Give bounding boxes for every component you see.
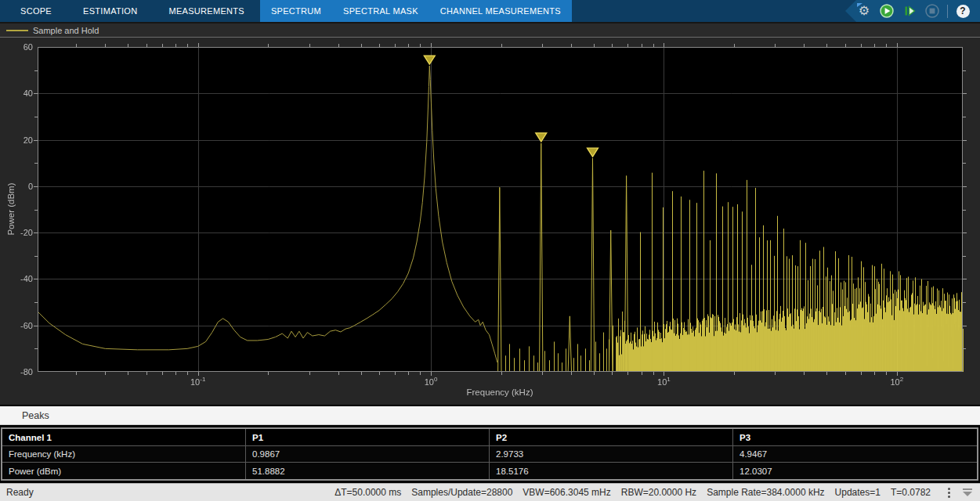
play-icon <box>879 3 895 19</box>
value-cell: 4.9467 <box>733 446 977 463</box>
row-label-cell: Frequency (kHz) <box>2 446 246 463</box>
tab-spectral-mask[interactable]: SPECTRAL MASK <box>332 0 429 22</box>
toolstrip-actions: ⚙ ? <box>845 0 980 22</box>
flag-icon <box>857 3 862 7</box>
status-menu-kebab-icon[interactable] <box>948 488 950 498</box>
contextual-tab-group: SPECTRUMSPECTRAL MASKCHANNEL MEASUREMENT… <box>260 0 572 22</box>
status-item: T=0.0782 <box>891 487 931 498</box>
tab-spectrum[interactable]: SPECTRUM <box>260 0 332 22</box>
status-item: Updates=1 <box>835 487 881 498</box>
legend-label: Sample and Hold <box>33 26 99 35</box>
x-axis-title: Frequency (kHz) <box>343 387 656 397</box>
step-forward-icon <box>902 3 917 19</box>
value-cell: 2.9733 <box>490 446 733 463</box>
peaks-panel-header: Peaks <box>0 406 980 425</box>
main-tab-group: SCOPEESTIMATIONMEASUREMENTS <box>5 0 260 22</box>
screenshot-settings-icon[interactable]: ⚙ <box>856 3 872 19</box>
toolbar-divider <box>947 5 948 18</box>
help-button[interactable]: ? <box>955 3 971 19</box>
peaks-table-row-power-dbm-: Power (dBm)51.888218.517612.0307 <box>2 463 977 479</box>
value-cell: 12.0307 <box>733 463 977 479</box>
row-label-cell: Power (dBm) <box>2 463 246 479</box>
legend-item-sample-and-hold[interactable]: Sample and Hold <box>6 26 99 35</box>
y-axis-title: Power (dBm) <box>6 146 17 272</box>
status-item: VBW=606.3045 mHz <box>523 487 610 498</box>
toolstrip-tabs: SCOPEESTIMATIONMEASUREMENTS SPECTRUMSPEC… <box>0 0 980 22</box>
spectrum-analyzer-window: SCOPEESTIMATIONMEASUREMENTS SPECTRUMSPEC… <box>0 0 980 501</box>
value-cell: 51.8882 <box>246 463 490 479</box>
x-tick-label: 100 <box>425 376 438 387</box>
stop-icon <box>924 3 940 19</box>
x-tick-label: 101 <box>657 376 671 387</box>
y-tick-label: -80 <box>6 367 33 377</box>
tab-scope[interactable]: SCOPE <box>5 0 67 22</box>
legend-line-swatch <box>6 30 28 31</box>
peaks-header-cell-p3: P3 <box>733 429 977 446</box>
status-item: Samples/Update=28800 <box>411 487 512 498</box>
run-button[interactable] <box>879 3 895 19</box>
dock-icon[interactable] <box>963 488 972 496</box>
y-tick-label: 20 <box>6 135 33 145</box>
y-tick-label: -60 <box>6 321 33 330</box>
peaks-panel-title: Peaks <box>22 410 49 421</box>
value-cell: 0.9867 <box>246 446 490 463</box>
status-item: ΔT=50.0000 ms <box>335 487 401 498</box>
status-item: RBW=20.0000 Hz <box>621 487 696 498</box>
y-tick-label: -40 <box>6 274 33 283</box>
spectrum-plot-panel: 6040200-20-40-60-80 10-1100101102 Power … <box>0 38 980 405</box>
stop-button[interactable] <box>924 3 940 19</box>
status-bar: Ready ΔT=50.0000 msSamples/Update=28800V… <box>0 483 980 501</box>
x-tick-label: 10-1 <box>190 376 205 387</box>
peaks-table-row-frequency-khz-: Frequency (kHz)0.98672.97334.9467 <box>2 446 977 463</box>
status-ready-text: Ready <box>6 487 34 498</box>
status-item: Sample Rate=384.0000 kHz <box>707 487 824 498</box>
status-measurement-readouts: ΔT=50.0000 msSamples/Update=28800VBW=606… <box>335 487 931 498</box>
peaks-header-cell-p1: P1 <box>246 429 490 446</box>
peaks-table: Channel 1P1P2P3Frequency (kHz)0.98672.97… <box>1 427 978 481</box>
peaks-table-header-row: Channel 1P1P2P3 <box>2 429 977 446</box>
help-icon: ? <box>956 5 970 18</box>
tab-channel-measurements[interactable]: CHANNEL MEASUREMENTS <box>429 0 572 22</box>
y-tick-label: 40 <box>6 88 33 98</box>
tab-measurements[interactable]: MEASUREMENTS <box>153 0 260 22</box>
legend-bar: Sample and Hold <box>0 22 980 38</box>
spectrum-plot-canvas[interactable] <box>0 38 980 405</box>
value-cell: 18.5176 <box>490 463 733 479</box>
y-tick-label: 60 <box>6 42 33 52</box>
tab-estimation[interactable]: ESTIMATION <box>67 0 153 22</box>
step-forward-button[interactable] <box>902 3 917 19</box>
peaks-header-cell-p2: P2 <box>490 429 733 446</box>
peaks-header-cell-channel-1: Channel 1 <box>2 429 246 446</box>
peaks-panel: Peaks Channel 1P1P2P3Frequency (kHz)0.98… <box>0 405 980 483</box>
x-tick-label: 102 <box>890 376 903 387</box>
